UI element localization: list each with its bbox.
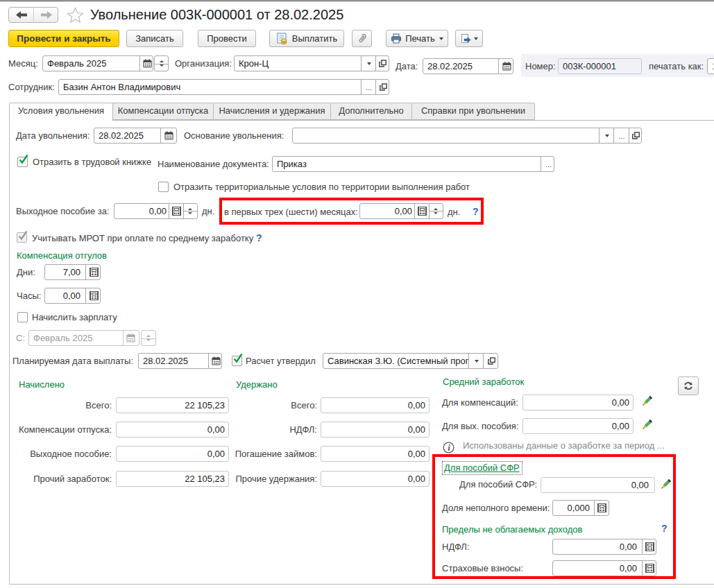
svg-text:i: i: [448, 444, 451, 452]
